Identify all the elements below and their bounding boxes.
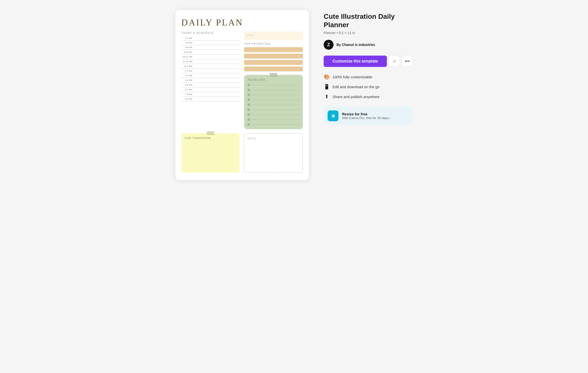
note-title: NOTE.. (248, 137, 299, 140)
time-label: 8-9 PM (181, 98, 194, 100)
schedule-row: 11-12 AM (181, 59, 240, 64)
todo-line (252, 105, 299, 105)
star-icon: ☆ (392, 59, 396, 64)
todo-checkbox (248, 108, 250, 111)
todo-checkbox (248, 99, 250, 101)
tomorrow-tape (207, 131, 214, 135)
todo-item (248, 89, 299, 91)
todo-checkbox (248, 94, 250, 96)
time-label: 1-2 PM (181, 70, 194, 72)
todo-checkbox (248, 118, 250, 121)
info-panel: Cute Illustration Daily Planner Planner … (324, 10, 413, 125)
todo-item (248, 84, 299, 86)
todo-section: TO DO LIST.. (244, 75, 303, 129)
feature-item: 📱 Edit and download on the go (324, 84, 413, 90)
promo-icon: ⊞ (328, 110, 338, 121)
todo-item (248, 118, 299, 121)
schedule-section: TODAY'S SCHEDULE 6-7 AM7-8 AM8-9 AM9-10 … (181, 32, 240, 102)
author-name: By Chanut is industries (336, 43, 375, 47)
more-icon: ••• (405, 59, 410, 64)
more-button[interactable]: ••• (402, 56, 413, 67)
schedule-row: 7-8 AM (181, 41, 240, 45)
todo-line (252, 100, 299, 100)
priority-bar-1 (244, 47, 303, 52)
schedule-row: 8-9 PM (181, 97, 240, 102)
feature-text: Edit and download on the go (333, 85, 379, 89)
time-label: 11-12 AM (181, 60, 194, 63)
planner-preview: DAILY PLAN TODAY'S SCHEDULE 6-7 AM7-8 AM… (175, 10, 309, 180)
author-initial: Z (327, 42, 330, 47)
author-avatar: Z (324, 40, 334, 50)
schedule-row: 3-4 PM (181, 78, 240, 83)
feature-text: 100% fully customizable (333, 75, 372, 79)
schedule-row: 6-7 PM (181, 87, 240, 92)
todo-item (248, 94, 299, 96)
note-section: NOTE.. (244, 133, 303, 173)
todo-checkbox (248, 104, 250, 106)
priority-bars (244, 47, 303, 71)
time-label: 8-9 AM (181, 46, 194, 49)
priority-bar-3 (244, 60, 303, 65)
time-label: 4-5 PM (181, 84, 194, 86)
schedule-row: 6-7 AM (181, 36, 240, 41)
todo-line (252, 124, 299, 125)
schedule-row: 1-2 PM (181, 69, 240, 73)
priorities-section: DATE TOP PRIORITIES TO DO LIST.. (244, 32, 303, 129)
feature-item: ⬆ Share and publish anywhere (324, 94, 413, 100)
template-title: Cute Illustration Daily Planner (324, 12, 413, 29)
star-button[interactable]: ☆ (389, 56, 400, 67)
feature-text: Share and publish anywhere (333, 95, 379, 99)
template-subtitle: Planner • 8.5 × 11 in (324, 31, 413, 35)
todo-line (252, 95, 299, 95)
planner-title: DAILY PLAN (181, 17, 303, 28)
time-label: 6-7 PM (181, 88, 194, 91)
canva-icon: ⊞ (332, 114, 335, 118)
date-box: DATE (244, 32, 303, 40)
schedule-label: TODAY'S SCHEDULE (181, 32, 240, 34)
time-label: 12-1 PM (181, 65, 194, 67)
todo-title: TO DO LIST.. (248, 78, 299, 81)
todo-item (248, 113, 299, 116)
promo-title: Resize for free (342, 112, 391, 116)
promo-box[interactable]: ⊞ Resize for free With Canva Pro, free f… (324, 106, 413, 125)
todo-item (248, 123, 299, 126)
author-name-text: Chanut is industries (342, 43, 375, 47)
schedule-row: 9-10 AM (181, 50, 240, 55)
feature-icon: 🎨 (324, 74, 330, 80)
todo-checkbox (248, 113, 250, 116)
action-row: Customize this template ☆ ••• (324, 56, 413, 67)
time-label: 3-4 PM (181, 79, 194, 82)
promo-content: Resize for free With Canva Pro, free for… (342, 112, 391, 120)
todo-line (252, 90, 299, 90)
todo-checkbox (248, 89, 250, 91)
tomorrow-title: FOR TOMORROW.. (185, 137, 236, 140)
time-label: 7-8 AM (181, 41, 194, 44)
schedule-row: 12-1 PM (181, 64, 240, 69)
promo-desc: With Canva Pro, free for 30 days › (342, 116, 391, 120)
features-list: 🎨 100% fully customizable 📱 Edit and dow… (324, 74, 413, 100)
customize-button[interactable]: Customize this template (324, 56, 387, 67)
schedule-row: 10-11 AM (181, 55, 240, 59)
priority-bar-2 (244, 54, 303, 59)
author-prefix: By (336, 43, 342, 47)
time-label: 7-8 PM (181, 93, 194, 96)
todo-line (252, 120, 299, 120)
schedule-row: 4-5 PM (181, 83, 240, 87)
schedule-rows: 6-7 AM7-8 AM8-9 AM9-10 AM10-11 AM11-12 A… (181, 36, 240, 102)
feature-icon: 📱 (324, 84, 330, 90)
schedule-row: 7-8 PM (181, 92, 240, 97)
todo-checkbox (248, 123, 250, 126)
schedule-row: 8-9 AM (181, 45, 240, 50)
todo-tape (270, 73, 277, 77)
feature-icon: ⬆ (324, 94, 330, 100)
author-row: Z By Chanut is industries (324, 40, 413, 50)
todo-items (248, 84, 299, 126)
priorities-label: TOP PRIORITIES (244, 42, 303, 45)
todo-line (252, 115, 299, 115)
todo-item (248, 99, 299, 101)
feature-item: 🎨 100% fully customizable (324, 74, 413, 80)
tomorrow-section: FOR TOMORROW.. (181, 133, 240, 173)
time-label: 2-3 PM (181, 74, 194, 77)
todo-item (248, 108, 299, 111)
schedule-row: 2-3 PM (181, 73, 240, 78)
